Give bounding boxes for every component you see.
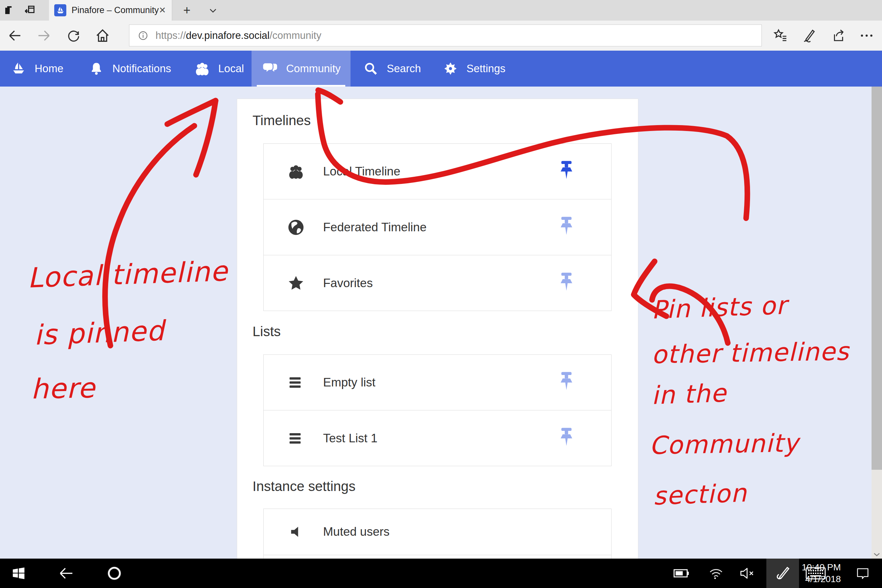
section-heading: Lists [252, 324, 280, 339]
row-label: Federated Timeline [323, 220, 427, 234]
bell-icon [89, 61, 104, 76]
row-partially-hidden [264, 555, 611, 559]
list-icon [286, 429, 305, 448]
row-test-list-1[interactable]: Test List 1 [264, 411, 611, 466]
nav-item-label: Home [34, 62, 63, 75]
gear-icon [443, 61, 458, 76]
chat-bubbles-icon [262, 61, 278, 76]
section-heading: Instance settings [252, 478, 356, 494]
pin-button[interactable] [558, 372, 574, 393]
people-icon [286, 162, 305, 181]
row-group: Muted users [263, 508, 612, 559]
row-group: Local TimelineFederated TimelineFavorite… [263, 143, 612, 311]
refresh-icon[interactable] [63, 21, 84, 51]
star-icon [286, 274, 305, 293]
scrollbar-down-arrow-icon[interactable] [872, 550, 882, 559]
tab-preview-icon[interactable] [3, 3, 16, 17]
nav-item-community[interactable]: Community [252, 51, 351, 87]
url-text: https://dev.pinafore.social/community [156, 30, 321, 42]
start-button[interactable] [6, 559, 31, 588]
row-empty-list[interactable]: Empty list [264, 355, 611, 411]
clock-date: 4/1/2018 [805, 573, 841, 585]
tab-title: Pinafore – Community [72, 5, 159, 15]
tab-list-dropdown-icon[interactable] [205, 0, 221, 21]
set-tabs-aside-icon[interactable] [24, 3, 37, 17]
pin-button[interactable] [558, 428, 574, 449]
nav-item-search[interactable]: Search [352, 51, 432, 87]
sailboat-icon [11, 61, 26, 76]
nav-item-label: Search [387, 62, 421, 75]
ink-notes-icon[interactable] [799, 21, 820, 51]
row-favorites[interactable]: Favorites [264, 255, 611, 310]
new-tab-button[interactable]: + [179, 0, 195, 21]
browser-tab[interactable]: Pinafore – Community ✕ [49, 0, 172, 21]
section-heading: Timelines [252, 113, 310, 128]
row-label: Favorites [323, 276, 373, 290]
taskbar-clock[interactable]: 10:40 PM 4/1/2018 [801, 559, 841, 588]
windows-taskbar: 10:40 PM 4/1/2018 [0, 559, 882, 588]
cortana-button[interactable] [102, 559, 126, 588]
share-icon[interactable] [828, 21, 849, 51]
pinafore-favicon-icon [54, 4, 66, 16]
more-menu-icon[interactable] [856, 21, 877, 51]
nav-item-local[interactable]: Local [184, 51, 255, 87]
row-label: Muted users [323, 525, 390, 538]
volume-muted-icon[interactable] [736, 559, 759, 588]
muted-speaker-icon [286, 522, 305, 541]
favorites-hub-icon[interactable] [770, 21, 791, 51]
search-icon [363, 61, 378, 76]
forward-icon[interactable] [34, 21, 54, 51]
nav-item-label: Community [286, 62, 341, 75]
home-icon[interactable] [92, 21, 113, 51]
app-navbar: HomeNotificationsLocalCommunitySearchSet… [0, 51, 882, 87]
address-bar[interactable]: https://dev.pinafore.social/community [129, 24, 762, 46]
browser-toolbar: https://dev.pinafore.social/community [0, 21, 882, 51]
tab-close-icon[interactable]: ✕ [159, 5, 166, 15]
nav-item-label: Settings [466, 62, 506, 75]
site-info-icon[interactable] [138, 30, 148, 41]
list-icon [286, 373, 305, 392]
row-label: Empty list [323, 376, 375, 389]
row-local-timeline[interactable]: Local Timeline [264, 144, 611, 200]
windows-ink-pen-icon[interactable] [766, 559, 799, 588]
pin-button[interactable] [558, 217, 574, 238]
back-icon[interactable] [4, 21, 25, 51]
pin-button[interactable] [558, 273, 574, 294]
row-federated-timeline[interactable]: Federated Timeline [264, 200, 611, 255]
nav-item-label: Local [218, 62, 244, 75]
nav-item-settings[interactable]: Settings [432, 51, 516, 87]
globe-icon [286, 218, 305, 237]
page-scrollbar[interactable] [872, 87, 882, 559]
taskbar-back-button[interactable] [54, 559, 78, 588]
screen: Pinafore – Community ✕ + h [0, 0, 882, 588]
row-muted-users[interactable]: Muted users [264, 509, 611, 555]
clock-time: 10:40 PM [802, 561, 841, 573]
action-center-icon[interactable] [853, 559, 873, 588]
pin-button[interactable] [558, 161, 574, 182]
row-label: Test List 1 [323, 432, 378, 445]
row-label: Local Timeline [323, 165, 400, 178]
row-group: Empty listTest List 1 [263, 354, 612, 466]
battery-icon[interactable] [670, 559, 693, 588]
wifi-icon[interactable] [705, 559, 727, 588]
community-card: TimelinesLocal TimelineFederated Timelin… [237, 99, 638, 559]
scrollbar-thumb[interactable] [872, 87, 882, 470]
browser-tab-bar: Pinafore – Community ✕ + [0, 0, 882, 21]
nav-item-label: Notifications [112, 62, 171, 75]
nav-item-home[interactable]: Home [0, 51, 75, 87]
people-icon [195, 61, 210, 76]
nav-item-notifications[interactable]: Notifications [78, 51, 182, 87]
